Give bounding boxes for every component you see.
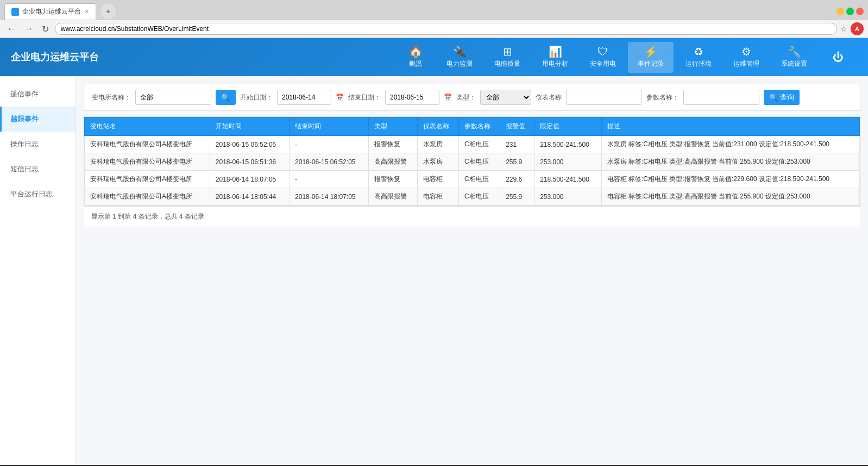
- data-table: 变电站名 开始时间 结束时间 类型 仪表名称 参数名称 报警值 限定值 描述 安…: [84, 117, 860, 206]
- col-end-time: 结束时间: [290, 117, 369, 136]
- win-minimize-button[interactable]: [836, 8, 844, 15]
- nav-label-overview: 概况: [409, 59, 422, 69]
- cell-type-0: 报警恢复: [369, 136, 417, 153]
- end-date-calendar-icon[interactable]: 📅: [444, 94, 452, 101]
- logout-icon: ⏻: [833, 52, 844, 63]
- query-button[interactable]: 🔍 查询: [764, 90, 800, 105]
- sidebar-item-alarm-event[interactable]: 遥信事件: [0, 82, 76, 107]
- cell-limit_value-0: 218.500-241.500: [534, 136, 601, 153]
- col-description: 描述: [601, 117, 859, 136]
- col-alarm-value: 报警值: [500, 117, 534, 136]
- nav-item-operation-env[interactable]: ♻ 运行环境: [676, 42, 721, 73]
- meter-input[interactable]: [566, 90, 642, 105]
- search-icon: 🔍: [221, 94, 230, 102]
- nav-label-event-log: 事件记录: [638, 59, 664, 69]
- type-label: 类型：: [456, 93, 476, 102]
- start-date-input[interactable]: [277, 90, 331, 105]
- query-search-icon: 🔍: [769, 94, 778, 102]
- cell-station-0: 安科瑞电气股份有限公司A楼变电所: [85, 136, 210, 153]
- nav-item-safety-power[interactable]: 🛡 安全用电: [580, 42, 626, 73]
- cell-limit_value-2: 218.500-241.500: [534, 171, 601, 188]
- table-row[interactable]: 安科瑞电气股份有限公司A楼变电所2018-06-14 18:07:05-报警恢复…: [85, 171, 860, 188]
- cell-meter_name-0: 水泵房: [417, 136, 458, 153]
- cell-station-2: 安科瑞电气股份有限公司A楼变电所: [85, 171, 210, 188]
- address-bar[interactable]: [55, 23, 837, 35]
- nav-label-energy-quality: 电能质量: [494, 59, 520, 69]
- end-date-input[interactable]: [385, 90, 439, 105]
- cell-type-2: 报警恢复: [369, 171, 417, 188]
- bookmark-button[interactable]: ☆: [840, 24, 847, 33]
- nav-item-system-settings[interactable]: 🔧 系统设置: [771, 42, 817, 73]
- nav-label-power-analysis: 用电分析: [542, 59, 568, 69]
- nav-item-energy-quality[interactable]: ⊞ 电能质量: [485, 42, 530, 73]
- browser-chrome: 企业电力运维云平台 ✕ + ← → ↻ ☆ A: [0, 0, 868, 38]
- cell-param_name-0: C相电压: [458, 136, 500, 153]
- cell-description-0: 水泵房 标签:C相电压 类型:报警恢复 当前值:231.000 设定值:218.…: [601, 136, 859, 153]
- data-table-container: 变电站名 开始时间 结束时间 类型 仪表名称 参数名称 报警值 限定值 描述 安…: [84, 116, 860, 206]
- nav-item-electric-monitor[interactable]: 🔌 电力监测: [437, 42, 482, 73]
- nav-item-ops-management[interactable]: ⚙ 运维管理: [724, 42, 769, 73]
- nav-label-ops-management: 运维管理: [733, 59, 759, 69]
- cell-param_name-3: C相电压: [458, 188, 500, 206]
- cell-limit_value-3: 253.000: [534, 188, 601, 206]
- param-label: 参数名称：: [646, 93, 679, 102]
- refresh-button[interactable]: ↻: [39, 23, 52, 35]
- pagination-bar: 显示第 1 到第 4 条记录，总共 4 条记录: [84, 206, 860, 227]
- cell-type-3: 高高限报警: [369, 188, 417, 206]
- tab-favicon: [11, 8, 19, 16]
- start-date-label: 开始日期：: [240, 93, 273, 102]
- cell-meter_name-3: 电容柜: [417, 188, 458, 206]
- new-tab-button[interactable]: +: [100, 4, 116, 19]
- cell-meter_name-2: 电容柜: [417, 171, 458, 188]
- sidebar-item-operation-log[interactable]: 操作日志: [0, 132, 76, 157]
- logout-button[interactable]: ⏻: [819, 47, 857, 67]
- operation-env-icon: ♻: [694, 46, 703, 57]
- win-maximize-button[interactable]: [846, 8, 854, 15]
- user-avatar: A: [851, 22, 864, 35]
- cell-alarm_value-0: 231: [500, 136, 534, 153]
- cell-end_time-1: 2018-06-15 06:52:05: [290, 153, 369, 171]
- cell-alarm_value-3: 255.9: [500, 188, 534, 206]
- col-start-time: 开始时间: [210, 117, 289, 136]
- cell-start_time-2: 2018-06-14 18:07:05: [210, 171, 289, 188]
- start-date-calendar-icon[interactable]: 📅: [336, 94, 344, 101]
- station-input[interactable]: [135, 90, 211, 105]
- cell-station-3: 安科瑞电气股份有限公司A楼变电所: [85, 188, 210, 206]
- sidebar-label-over-limit-event: 越限事件: [10, 115, 39, 123]
- top-navigation: 企业电力运维云平台 🏠 概况 🔌 电力监测 ⊞ 电能质量 📊 用电分析 🛡 安全…: [0, 38, 868, 76]
- col-param-name: 参数名称: [458, 117, 500, 136]
- nav-label-safety-power: 安全用电: [590, 59, 616, 69]
- win-close-button[interactable]: [856, 8, 864, 15]
- table-row[interactable]: 安科瑞电气股份有限公司A楼变电所2018-06-15 06:52:05-报警恢复…: [85, 136, 860, 153]
- tab-close-icon[interactable]: ✕: [84, 8, 89, 15]
- sidebar-label-platform-log: 平台运行日志: [10, 190, 53, 198]
- back-button[interactable]: ←: [4, 23, 18, 35]
- cell-type-1: 高高限报警: [369, 153, 417, 171]
- nav-item-overview[interactable]: 🏠 概况: [397, 42, 435, 73]
- col-limit-value: 限定值: [534, 117, 601, 136]
- type-select[interactable]: 全部 高高限报警 报警恢复: [480, 90, 531, 105]
- sidebar-item-platform-log[interactable]: 平台运行日志: [0, 182, 76, 207]
- query-button-label: 查询: [780, 92, 794, 102]
- forward-button[interactable]: →: [22, 23, 36, 35]
- table-row[interactable]: 安科瑞电气股份有限公司A楼变电所2018-06-14 18:05:442018-…: [85, 188, 860, 206]
- cell-param_name-2: C相电压: [458, 171, 500, 188]
- cell-start_time-3: 2018-06-14 18:05:44: [210, 188, 289, 206]
- col-station: 变电站名: [85, 117, 210, 136]
- cell-start_time-1: 2018-06-15 06:51:36: [210, 153, 289, 171]
- col-type: 类型: [369, 117, 417, 136]
- param-input[interactable]: [683, 90, 759, 105]
- nav-item-event-log[interactable]: ⚡ 事件记录: [628, 42, 674, 73]
- system-settings-icon: 🔧: [788, 46, 801, 57]
- nav-item-power-analysis[interactable]: 📊 用电分析: [532, 42, 578, 73]
- sidebar-item-over-limit-event[interactable]: 越限事件: [0, 107, 76, 132]
- table-row[interactable]: 安科瑞电气股份有限公司A楼变电所2018-06-15 06:51:362018-…: [85, 153, 860, 171]
- tab-title: 企业电力运维云平台: [22, 7, 81, 16]
- sidebar: 遥信事件 越限事件 操作日志 短信日志 平台运行日志: [0, 76, 76, 465]
- table-body: 安科瑞电气股份有限公司A楼变电所2018-06-15 06:52:05-报警恢复…: [85, 136, 860, 206]
- col-meter-name: 仪表名称: [417, 117, 458, 136]
- station-search-button[interactable]: 🔍: [216, 90, 236, 105]
- browser-tab[interactable]: 企业电力运维云平台 ✕: [4, 3, 96, 20]
- sidebar-label-alarm-event: 遥信事件: [10, 90, 39, 98]
- sidebar-item-sms-log[interactable]: 短信日志: [0, 157, 76, 182]
